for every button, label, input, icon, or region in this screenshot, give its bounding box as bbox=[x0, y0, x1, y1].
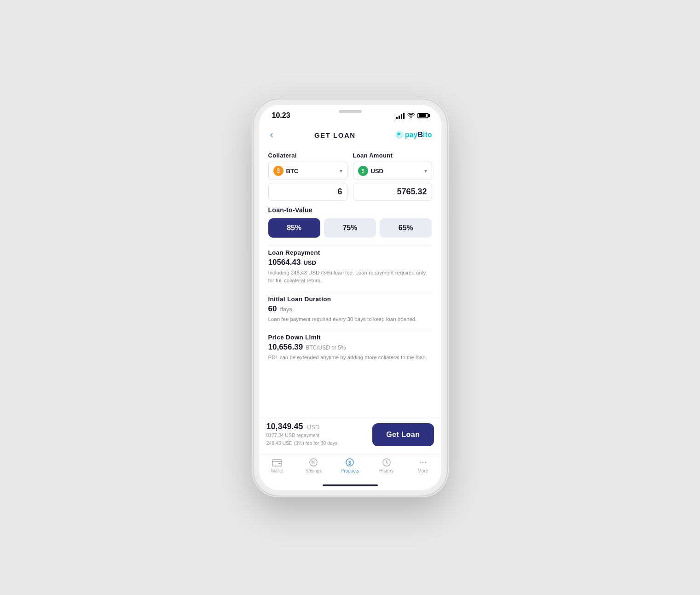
loan-currency-select[interactable]: $ USD ▾ bbox=[353, 162, 432, 180]
ltv-section: Loan-to-Value 85% 75% 65% bbox=[268, 206, 432, 238]
usd-icon: $ bbox=[358, 166, 368, 176]
status-icons bbox=[396, 112, 428, 119]
speaker bbox=[339, 110, 362, 113]
tab-savings[interactable]: % Savings bbox=[302, 458, 325, 473]
svg-point-0 bbox=[395, 131, 404, 139]
loan-duration-days: 60 bbox=[268, 304, 277, 314]
battery-icon bbox=[417, 113, 428, 118]
divider-1 bbox=[268, 245, 432, 245]
loan-chevron: ▾ bbox=[424, 168, 427, 174]
collateral-currency: BTC bbox=[286, 168, 299, 175]
btc-icon: ₿ bbox=[273, 166, 283, 176]
svg-rect-2 bbox=[278, 463, 281, 464]
ltv-options: 85% 75% 65% bbox=[268, 218, 432, 238]
bottom-bar: 10,349.45 USD 8177.34 USD repayment 248.… bbox=[259, 417, 441, 455]
summary-amount: 10,349.45 bbox=[266, 422, 303, 431]
home-indicator bbox=[259, 481, 441, 490]
loan-amount-box[interactable]: 5765.32 bbox=[353, 183, 432, 201]
summary-currency: USD bbox=[307, 424, 319, 431]
svg-text:%: % bbox=[312, 460, 316, 465]
price-down-title: Price Down Limit bbox=[268, 334, 432, 341]
price-down-amount: 10,656.39 bbox=[268, 343, 303, 352]
price-down-value-row: 10,656.39 BTC/USD or 5% bbox=[268, 343, 432, 352]
loan-amount-value: 5765.32 bbox=[397, 187, 427, 197]
tab-more[interactable]: More bbox=[411, 458, 434, 473]
ltv-option-85[interactable]: 85% bbox=[268, 218, 320, 238]
back-button[interactable]: ‹ bbox=[268, 127, 275, 143]
collateral-amount: 6 bbox=[337, 187, 342, 197]
loan-repayment-section: Loan Repayment 10564.43 USD Including 24… bbox=[268, 249, 432, 285]
tab-products-label: Products bbox=[341, 468, 359, 473]
ltv-option-75[interactable]: 75% bbox=[324, 218, 376, 238]
home-bar bbox=[323, 484, 378, 486]
svg-point-8 bbox=[419, 462, 421, 463]
summary-detail1: 8177.34 USD repayment 248.43 USD (3%) fe… bbox=[266, 432, 338, 447]
svg-text:$: $ bbox=[348, 460, 351, 466]
loan-currency: USD bbox=[371, 168, 383, 175]
loan-duration-unit: days bbox=[279, 306, 292, 313]
phone-device: 10.23 ‹ GET LOAN bbox=[254, 99, 447, 496]
loan-repayment-amount: 10564.43 bbox=[268, 258, 301, 267]
wallet-tab-icon bbox=[272, 458, 282, 467]
page-title: GET LOAN bbox=[314, 131, 356, 139]
savings-tab-icon: % bbox=[308, 458, 318, 467]
signal-icon bbox=[396, 112, 405, 119]
collateral-select[interactable]: ₿ BTC ▾ bbox=[268, 162, 347, 180]
notch bbox=[318, 105, 382, 118]
price-down-pair: BTC/USD or 5% bbox=[306, 344, 346, 352]
tab-products[interactable]: $ Products bbox=[338, 458, 361, 473]
logo-icon bbox=[395, 130, 404, 140]
tab-savings-label: Savings bbox=[305, 468, 322, 473]
summary-amount-row: 10,349.45 USD bbox=[266, 422, 338, 432]
loan-amount-label: Loan Amount bbox=[353, 152, 432, 159]
app-header: ‹ GET LOAN payBito bbox=[259, 123, 441, 148]
products-tab-icon: $ bbox=[345, 458, 355, 467]
loan-repayment-currency: USD bbox=[303, 259, 316, 266]
tab-wallet-label: Wallet bbox=[271, 468, 283, 473]
loan-duration-section: Initial Loan Duration 60 days Loan fee p… bbox=[268, 296, 432, 323]
history-tab-icon bbox=[382, 458, 392, 467]
price-down-desc: PDL can be extended anytime by adding mo… bbox=[268, 354, 432, 362]
ltv-label: Loan-to-Value bbox=[268, 206, 432, 214]
price-down-section: Price Down Limit 10,656.39 BTC/USD or 5%… bbox=[268, 334, 432, 362]
collateral-amount-box[interactable]: 6 bbox=[268, 183, 347, 201]
tab-bar: Wallet % Savings $ Products bbox=[259, 455, 441, 481]
loan-repayment-desc: Including 248.43 USD (3%) loan fee. Loan… bbox=[268, 269, 432, 285]
loan-repayment-value-row: 10564.43 USD bbox=[268, 258, 432, 267]
logo-text: payBito bbox=[405, 131, 432, 139]
main-content: Collateral ₿ BTC ▾ 6 Loan Amount bbox=[259, 148, 441, 417]
svg-point-9 bbox=[422, 462, 423, 463]
loan-duration-desc: Loan fee payment required every 30 days … bbox=[268, 315, 432, 323]
status-time: 10.23 bbox=[272, 111, 290, 120]
summary-left: 10,349.45 USD 8177.34 USD repayment 248.… bbox=[266, 422, 338, 447]
fields-row: Collateral ₿ BTC ▾ 6 Loan Amount bbox=[268, 152, 432, 201]
ltv-option-65[interactable]: 65% bbox=[380, 218, 432, 238]
collateral-chevron: ▾ bbox=[340, 168, 342, 174]
tab-history-label: History bbox=[379, 468, 393, 473]
summary-row: 10,349.45 USD 8177.34 USD repayment 248.… bbox=[266, 422, 434, 447]
wifi-icon bbox=[407, 113, 415, 118]
loan-amount-group: Loan Amount $ USD ▾ 5765.32 bbox=[353, 152, 432, 201]
tab-history[interactable]: History bbox=[375, 458, 398, 473]
loan-duration-title: Initial Loan Duration bbox=[268, 296, 432, 303]
tab-wallet[interactable]: Wallet bbox=[266, 458, 289, 473]
tab-more-label: More bbox=[417, 468, 428, 473]
collateral-label: Collateral bbox=[268, 152, 347, 159]
divider-2 bbox=[268, 292, 432, 292]
divider-3 bbox=[268, 330, 432, 330]
loan-repayment-title: Loan Repayment bbox=[268, 249, 432, 256]
get-loan-button[interactable]: Get Loan bbox=[372, 423, 434, 446]
more-tab-icon bbox=[418, 458, 428, 467]
phone-screen: 10.23 ‹ GET LOAN bbox=[259, 105, 441, 490]
svg-point-10 bbox=[425, 462, 426, 463]
collateral-group: Collateral ₿ BTC ▾ 6 bbox=[268, 152, 347, 201]
app-logo: payBito bbox=[395, 130, 432, 140]
loan-duration-value-row: 60 days bbox=[268, 304, 432, 314]
